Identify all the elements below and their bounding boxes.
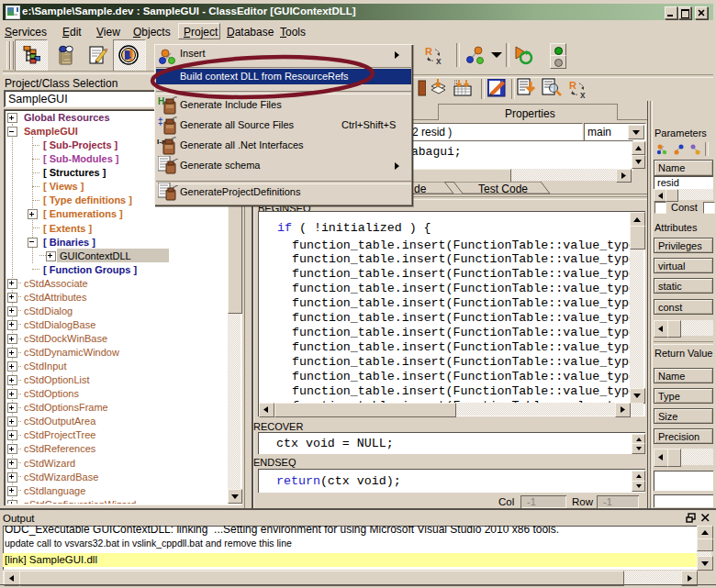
svg-text:R: R <box>569 80 576 91</box>
svg-text:R: R <box>425 46 432 57</box>
svg-text:x: x <box>580 90 586 99</box>
svg-text:‡: ‡ <box>158 116 163 127</box>
svg-text:x: x <box>436 56 442 65</box>
